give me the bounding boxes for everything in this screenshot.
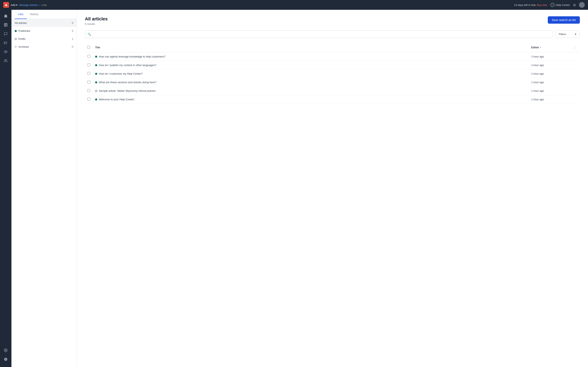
list-item-drafts[interactable]: Drafts 1 — [11, 35, 77, 43]
row-checkbox-4[interactable] — [87, 89, 90, 92]
article-edited: 1 hour ago — [529, 52, 570, 61]
top-navigation: Add ▾ Manage articles › Lists 14 days le… — [0, 0, 588, 10]
svg-point-10 — [4, 43, 4, 44]
article-title: Welcome to your Help Center! — [99, 98, 134, 101]
status-dot — [95, 73, 97, 75]
search-bar: 🔍 Filters ▾ — [85, 30, 580, 38]
nav-panel: Lists History All articles 6 Published 5 — [11, 10, 77, 367]
nav-list: All articles 6 Published 5 Drafts 1 — [11, 19, 77, 51]
published-label: Published — [18, 29, 30, 33]
table-row: How do I customize my Help Center? 1 hou… — [85, 69, 580, 78]
table-row: Sample article: Stellar Skyonomy refund … — [85, 87, 580, 95]
article-edited: 1 hour ago — [529, 87, 570, 95]
sort-icon: ▼ — [540, 47, 542, 49]
sidebar-icon-settings[interactable] — [2, 347, 9, 354]
chevron-down-icon: ▾ — [16, 3, 17, 7]
grid-icon[interactable]: ⊞ — [573, 3, 576, 7]
row-checkbox-5[interactable] — [87, 98, 90, 100]
buy-now-link[interactable]: Buy now — [537, 3, 547, 7]
svg-point-8 — [4, 42, 4, 42]
list-item-published[interactable]: Published 5 — [11, 27, 77, 35]
drafts-count: 1 — [72, 37, 73, 40]
sidebar-icon-tickets[interactable] — [2, 30, 9, 38]
app-logo — [3, 2, 9, 8]
sidebar-icon-list[interactable] — [2, 39, 9, 47]
table-row: How do I publish my content in other lan… — [85, 61, 580, 69]
row-checkbox-3[interactable] — [87, 81, 90, 83]
page-title: All articles — [85, 16, 108, 22]
svg-point-12 — [5, 59, 6, 60]
row-checkbox-1[interactable] — [87, 63, 90, 66]
search-input-wrap: 🔍 — [85, 30, 553, 38]
search-icon: 🔍 — [87, 33, 91, 36]
row-checkbox-2[interactable] — [87, 72, 90, 75]
article-edited: 1 hour ago — [529, 95, 570, 104]
archived-label: Archived — [18, 45, 29, 48]
results-count: 6 results — [85, 22, 108, 25]
draft-dot — [15, 38, 17, 40]
status-dot — [95, 90, 97, 92]
filters-button[interactable]: Filters ▾ — [555, 30, 580, 38]
select-all-checkbox[interactable] — [87, 46, 90, 49]
help-icon: ? — [550, 3, 554, 7]
save-search-button[interactable]: Save search as list — [548, 16, 580, 24]
svg-marker-0 — [5, 4, 7, 6]
article-title: How do I customize my Help Center? — [99, 72, 143, 75]
table-row: How can agents leverage knowledge to hel… — [85, 52, 580, 61]
column-header-edited[interactable]: Edited ▼ — [529, 43, 570, 52]
all-articles-count: 6 — [72, 21, 73, 25]
sidebar-icon-users[interactable] — [2, 57, 9, 64]
chevron-down-icon: ▾ — [575, 33, 576, 36]
table-more-button[interactable]: ⋮ — [572, 45, 577, 50]
archived-icon: ⟳ — [15, 45, 17, 48]
tab-history[interactable]: History — [27, 10, 42, 19]
search-input[interactable] — [91, 31, 550, 38]
published-dot — [15, 30, 17, 32]
svg-point-9 — [4, 43, 4, 43]
content-header: All articles 6 results Save search as li… — [85, 16, 580, 25]
row-checkbox-0[interactable] — [87, 55, 90, 58]
article-title: What are these sections and articles doi… — [99, 81, 156, 84]
article-title: Sample article: Stellar Skyonomy refund … — [99, 89, 156, 92]
sidebar-icon-eye[interactable] — [2, 48, 9, 55]
column-header-title: Title — [93, 43, 529, 52]
user-avatar[interactable] — [579, 2, 585, 8]
add-button[interactable]: Add ▾ — [11, 3, 17, 7]
articles-table: Title Edited ▼ ⋮ — [85, 43, 580, 104]
article-edited: 1 hour ago — [529, 69, 570, 78]
svg-point-13 — [5, 350, 6, 351]
main-content: All articles 6 results Save search as li… — [77, 10, 588, 367]
list-item-all-articles[interactable]: All articles 6 — [11, 19, 77, 27]
sidebar-icon-zendesk[interactable] — [2, 356, 9, 363]
status-dot — [95, 56, 97, 58]
article-title: How can agents leverage knowledge to hel… — [99, 55, 165, 58]
trial-text: 14 days left in trial. Buy now — [514, 3, 547, 7]
published-count: 5 — [72, 29, 73, 33]
article-edited: 1 hour ago — [529, 61, 570, 69]
drafts-label: Drafts — [18, 37, 26, 40]
archived-count: 0 — [72, 45, 73, 48]
all-articles-label: All articles — [15, 21, 27, 25]
help-center-button[interactable]: ? Help Center — [550, 3, 570, 7]
status-dot — [95, 99, 97, 100]
article-title: How do I publish my content in other lan… — [99, 64, 156, 67]
tab-lists[interactable]: Lists — [15, 10, 27, 19]
sidebar-icon-articles[interactable] — [2, 21, 9, 29]
icon-sidebar — [0, 10, 11, 367]
breadcrumb: Manage articles › Lists — [19, 3, 47, 7]
status-dot — [95, 81, 97, 83]
table-row: What are these sections and articles doi… — [85, 78, 580, 87]
sidebar-icon-home[interactable] — [2, 12, 9, 20]
table-row: Welcome to your Help Center! 1 hour ago — [85, 95, 580, 104]
nav-tabs: Lists History — [11, 10, 77, 19]
svg-point-11 — [5, 51, 6, 52]
article-edited: 1 hour ago — [529, 78, 570, 87]
list-item-archived[interactable]: ⟳ Archived 0 — [11, 43, 77, 51]
status-dot — [95, 64, 97, 66]
